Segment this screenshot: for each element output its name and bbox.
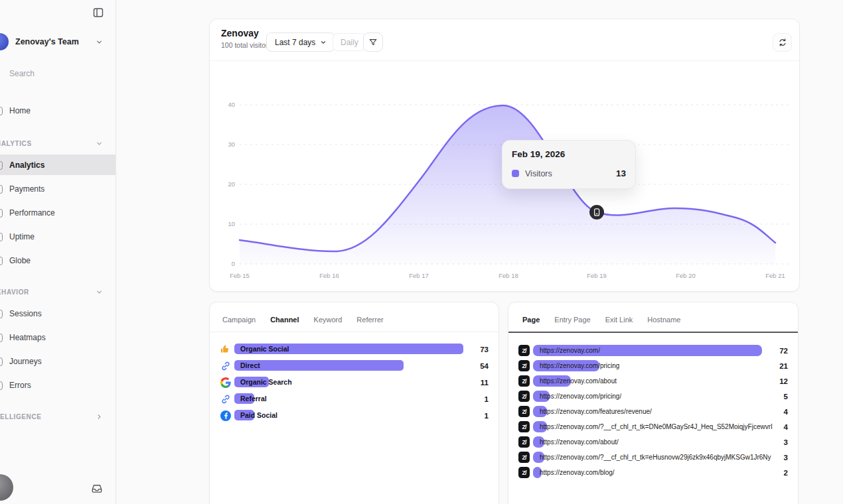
tab-campaign[interactable]: Campaign xyxy=(222,316,256,324)
page-row[interactable]: Z/ https://zenovay.com/about 12 xyxy=(508,373,798,389)
sidebar-item-heatmaps[interactable]: Heatmaps xyxy=(0,328,116,347)
channel-row[interactable]: Organic Social 73 xyxy=(210,341,498,357)
page-row[interactable]: Z/ https://zenovay.com/blog/ 2 xyxy=(508,465,798,480)
tab-entry-page[interactable]: Entry Page xyxy=(554,316,590,324)
link-icon xyxy=(220,393,231,405)
chevron-right-icon xyxy=(96,413,103,420)
svg-text:Feb 21: Feb 21 xyxy=(765,272,785,279)
channel-row[interactable]: Referral 1 xyxy=(210,391,498,407)
tooltip-value: 13 xyxy=(616,168,626,178)
chevron-down-icon xyxy=(96,288,103,296)
chevron-down-icon xyxy=(96,140,103,147)
tab-keyword[interactable]: Keyword xyxy=(314,316,343,324)
team-avatar xyxy=(0,33,9,50)
page-row[interactable]: Z/ https://zenovay.com/features/revenue/… xyxy=(508,404,798,419)
zenovay-logo-icon: Z/ xyxy=(518,360,530,371)
svg-text:Feb 15: Feb 15 xyxy=(230,272,250,279)
tooltip-date: Feb 19, 2026 xyxy=(512,149,626,159)
channel-row[interactable]: Direct 54 xyxy=(210,357,498,374)
tooltip-series-label: Visitors xyxy=(525,169,610,178)
channels-tabs: Campaign Channel Keyword Referrer xyxy=(222,316,384,324)
panel-left-icon xyxy=(92,7,104,19)
svg-text:Feb 18: Feb 18 xyxy=(498,272,518,279)
search-input[interactable]: Search xyxy=(9,69,35,78)
team-switcher[interactable]: Zenovay's Team xyxy=(0,32,116,52)
zenovay-logo-icon: Z/ xyxy=(518,452,530,463)
sidebar-toggle-button[interactable] xyxy=(90,5,106,21)
tab-channel[interactable]: Channel xyxy=(270,316,299,324)
zenovay-logo-icon: Z/ xyxy=(518,406,530,417)
sidebar-item-performance[interactable]: Performance xyxy=(0,203,116,223)
journeys-icon xyxy=(0,357,3,366)
channel-row[interactable]: Paid Social 1 xyxy=(210,407,498,424)
tooltip-row: Visitors 13 xyxy=(512,168,626,178)
svg-text:Feb 16: Feb 16 xyxy=(319,272,339,279)
sidebar-section-intelligence[interactable]: INTELLIGENCE xyxy=(0,411,116,422)
page-row[interactable]: Z/ https://zenovay.com/about/ 3 xyxy=(508,434,798,450)
analytics-icon xyxy=(0,161,3,170)
zenovay-logo-icon: Z/ xyxy=(518,375,530,387)
sidebar: Zenovay's Team Search Home ANALYTICS Ana… xyxy=(0,0,116,504)
inbox-button[interactable] xyxy=(90,481,105,496)
tab-exit-link[interactable]: Exit Link xyxy=(605,316,633,324)
link-icon xyxy=(220,360,231,371)
tab-page[interactable]: Page xyxy=(522,316,540,324)
page-rows: Z/ https://zenovay.com/ 72 Z/ https://ze… xyxy=(508,343,798,480)
sidebar-item-sessions[interactable]: Sessions xyxy=(0,304,116,324)
tabs-divider xyxy=(508,332,798,333)
svg-text:10: 10 xyxy=(228,220,235,227)
tab-referrer[interactable]: Referrer xyxy=(356,316,383,324)
page-row[interactable]: Z/ https://zenovay.com/?__cf_chl_rt_tk=e… xyxy=(508,450,798,465)
x-axis-ticks: Feb 15 Feb 16 Feb 17 Feb 18 Feb 19 Feb 2… xyxy=(230,272,785,279)
google-icon xyxy=(220,377,231,388)
tab-hostname[interactable]: Hostname xyxy=(647,316,680,324)
user-avatar[interactable] xyxy=(0,474,13,501)
sidebar-item-payments[interactable]: Payments xyxy=(0,179,116,199)
channels-breakdown-card: Campaign Channel Keyword Referrer Organi… xyxy=(209,302,499,504)
channel-rows: Organic Social 73 Direct 54 Organic Sear… xyxy=(210,341,498,424)
page-row[interactable]: Z/ https://zenovay.com/pricing 21 xyxy=(508,358,798,373)
channel-row[interactable]: Organic Search 11 xyxy=(210,374,498,391)
visitors-chart-card: Zenovay 100 total visitors Last 7 days D… xyxy=(209,19,800,292)
thumbs-up-icon xyxy=(220,344,231,355)
inbox-icon xyxy=(90,481,104,495)
team-name: Zenovay's Team xyxy=(15,37,96,46)
zenovay-logo-icon: Z/ xyxy=(518,345,530,356)
page-row[interactable]: Z/ https://zenovay.com/?__cf_chl_rt_tk=D… xyxy=(508,419,798,434)
tabs-divider xyxy=(210,332,498,332)
sidebar-item-journeys[interactable]: Journeys xyxy=(0,351,116,371)
heatmaps-icon xyxy=(0,334,3,342)
chevron-down-icon xyxy=(96,38,103,46)
performance-icon xyxy=(0,209,3,218)
sidebar-section-analytics[interactable]: ANALYTICS xyxy=(0,138,116,149)
payments-icon xyxy=(0,185,3,194)
pages-tabs: Page Entry Page Exit Link Hostname xyxy=(522,316,680,324)
globe-icon xyxy=(0,257,3,265)
svg-text:Feb 20: Feb 20 xyxy=(676,272,696,279)
sidebar-section-behavior[interactable]: BEHAVIOR xyxy=(0,286,116,297)
svg-text:20: 20 xyxy=(228,180,235,188)
sessions-icon xyxy=(0,310,3,318)
pages-breakdown-card: Page Entry Page Exit Link Hostname Z/ ht… xyxy=(508,302,799,504)
errors-icon xyxy=(0,381,3,390)
svg-text:30: 30 xyxy=(228,141,235,148)
y-axis-ticks: 40 30 20 10 0 xyxy=(228,101,235,267)
sidebar-item-globe[interactable]: Globe xyxy=(0,251,116,271)
sidebar-item-home[interactable]: Home xyxy=(0,101,116,121)
uptime-icon xyxy=(0,233,3,241)
zenovay-logo-icon: Z/ xyxy=(518,391,530,402)
svg-text:Feb 19: Feb 19 xyxy=(587,272,607,279)
chart-tooltip: Feb 19, 2026 Visitors 13 xyxy=(502,140,636,189)
svg-text:40: 40 xyxy=(228,101,235,108)
sidebar-item-errors[interactable]: Errors xyxy=(0,375,116,395)
sidebar-item-analytics[interactable]: Analytics xyxy=(0,155,116,175)
svg-text:Feb 17: Feb 17 xyxy=(409,272,429,279)
zenovay-logo-icon: Z/ xyxy=(518,467,530,478)
page-row[interactable]: Z/ https://zenovay.com/pricing/ 5 xyxy=(508,389,798,404)
page-row[interactable]: Z/ https://zenovay.com/ 72 xyxy=(508,343,798,358)
hover-marker[interactable] xyxy=(589,205,604,220)
svg-text:0: 0 xyxy=(232,260,235,267)
home-icon xyxy=(0,107,3,115)
zenovay-logo-icon: Z/ xyxy=(518,436,530,448)
sidebar-item-uptime[interactable]: Uptime xyxy=(0,227,116,247)
